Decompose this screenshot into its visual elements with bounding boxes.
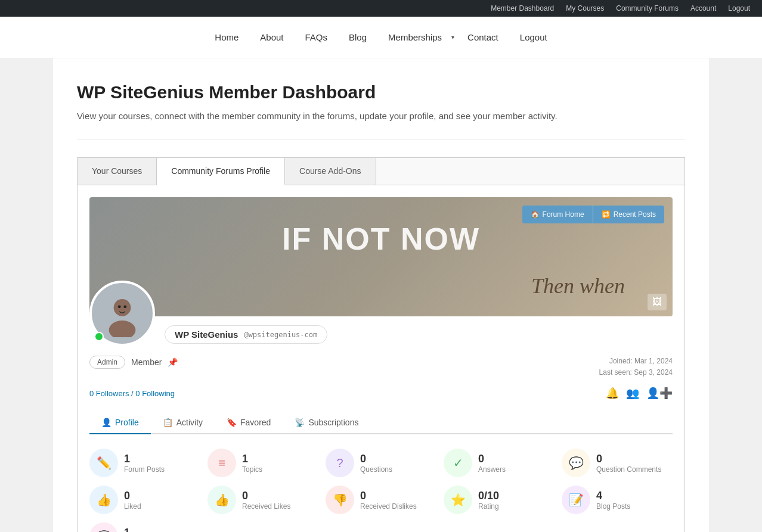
stat-blog-comments: 💬 1 Blog Comments	[89, 522, 200, 532]
avatar-image	[98, 290, 146, 337]
my-courses-link[interactable]: My Courses	[566, 4, 604, 13]
action-icons: 🔔 👥 👤➕	[606, 387, 673, 400]
rating-number: 0/10	[478, 490, 499, 502]
forum-posts-number: 1	[124, 453, 165, 465]
rating-label: Rating	[478, 502, 499, 511]
community-forums-link[interactable]: Community Forums	[616, 4, 679, 13]
contact-link[interactable]: Contact	[459, 27, 507, 47]
community-forums-tab[interactable]: Community Forums Profile	[157, 158, 285, 185]
question-comments-number: 0	[596, 453, 661, 465]
memberships-wrapper: Memberships ▾	[380, 27, 454, 47]
banner-buttons: 🏠 Forum Home 🔁 Recent Posts	[522, 206, 664, 223]
tabs-container: Your Courses Community Forums Profile Co…	[77, 157, 685, 185]
received-likes-label: Received Likes	[242, 502, 290, 511]
forum-profile: IF NOT NOW Then when 🏠 Forum Home 🔁 Rece…	[77, 185, 685, 532]
profile-tab-icon: 👤	[101, 418, 111, 427]
admin-badge[interactable]: Admin	[89, 356, 125, 369]
logout-link-admin[interactable]: Logout	[728, 4, 750, 13]
account-link[interactable]: Account	[690, 4, 716, 13]
username-handle: @wpsitegenius-com	[244, 331, 317, 339]
svg-point-3	[118, 305, 121, 308]
course-addons-tab[interactable]: Course Add-Ons	[285, 158, 376, 185]
stat-liked: 👍 0 Liked	[89, 486, 200, 514]
posts-icon: 🔁	[602, 210, 611, 219]
answers-number: 0	[478, 453, 506, 465]
home-link[interactable]: Home	[206, 27, 247, 47]
pin-icon: 📌	[168, 357, 178, 367]
page-description: View your courses, connect with the memb…	[77, 111, 685, 121]
about-link[interactable]: About	[252, 27, 292, 47]
member-info-row: Admin Member 📌 Joined: Mar 1, 2024 Last …	[89, 356, 673, 378]
blog-comments-number: 1	[124, 527, 175, 532]
questions-label: Questions	[360, 465, 392, 474]
page-wrapper: WP SiteGenius Member Dashboard View your…	[0, 58, 762, 532]
stat-questions: ? 0 Questions	[326, 449, 436, 477]
member-badges: Admin Member 📌	[89, 356, 178, 369]
forum-posts-icon: ✏️	[89, 449, 118, 477]
blog-posts-number: 4	[596, 490, 630, 502]
username-label: WP SiteGenius	[175, 329, 238, 340]
favored-subtab[interactable]: 🔖 Favored	[215, 412, 283, 434]
member-role-label: Member	[131, 357, 162, 367]
followers-row: 0 Followers / 0 Following 🔔 👥 👤➕	[89, 387, 673, 400]
divider	[77, 139, 685, 139]
question-comments-icon: 💬	[562, 449, 590, 477]
online-status-dot	[94, 332, 104, 341]
topics-label: Topics	[242, 465, 262, 474]
profile-subtab[interactable]: 👤 Profile	[89, 412, 151, 434]
home-icon: 🏠	[531, 210, 540, 219]
joined-date: Joined: Mar 1, 2024	[599, 356, 673, 367]
stats-grid-row3: 💬 1 Blog Comments	[89, 522, 673, 532]
received-likes-number: 0	[242, 490, 290, 502]
stat-answers: ✓ 0 Answers	[444, 449, 555, 477]
received-likes-icon: 👍	[207, 486, 236, 514]
stat-blog-posts: 📝 4 Blog Posts	[562, 486, 673, 514]
liked-number: 0	[124, 490, 141, 502]
activity-subtab[interactable]: 📋 Activity	[151, 412, 215, 434]
friends-icon[interactable]: 👥	[626, 387, 639, 400]
stats-grid-row2: 👍 0 Liked 👍 0 Received Likes 👎	[89, 486, 673, 514]
stat-received-dislikes: 👎 0 Received Dislikes	[326, 486, 436, 514]
logout-link-main[interactable]: Logout	[512, 27, 556, 47]
admin-bar: Member Dashboard My Courses Community Fo…	[0, 0, 762, 17]
joined-info: Joined: Mar 1, 2024 Last seen: Sep 3, 20…	[599, 356, 673, 378]
blog-link[interactable]: Blog	[340, 27, 375, 47]
stat-forum-posts: ✏️ 1 Forum Posts	[89, 449, 200, 477]
topics-icon: ≡	[207, 449, 236, 477]
blog-posts-label: Blog Posts	[596, 502, 630, 511]
avatar-row: WP SiteGenius @wpsitegenius-com	[89, 281, 673, 346]
memberships-link[interactable]: Memberships	[380, 27, 450, 47]
message-icon[interactable]: 👤➕	[646, 387, 673, 400]
svg-point-1	[114, 299, 131, 316]
profile-tabs: 👤 Profile 📋 Activity 🔖 Favored 📡 Subscri…	[89, 412, 673, 434]
notifications-icon[interactable]: 🔔	[606, 387, 619, 400]
received-dislikes-label: Received Dislikes	[360, 502, 417, 511]
stat-question-comments: 💬 0 Question Comments	[562, 449, 673, 477]
subscriptions-tab-icon: 📡	[295, 418, 305, 427]
content-area: WP SiteGenius Member Dashboard View your…	[53, 58, 709, 532]
liked-label: Liked	[124, 502, 141, 511]
liked-icon: 👍	[89, 486, 118, 514]
answers-icon: ✓	[444, 449, 472, 477]
followers-following-link[interactable]: 0 Followers / 0 Following	[89, 389, 175, 398]
questions-number: 0	[360, 453, 392, 465]
member-dashboard-link[interactable]: Member Dashboard	[491, 4, 554, 13]
favored-tab-icon: 🔖	[227, 418, 237, 427]
forum-home-button[interactable]: 🏠 Forum Home	[522, 206, 593, 223]
faqs-link[interactable]: FAQs	[297, 27, 336, 47]
memberships-chevron-icon[interactable]: ▾	[451, 34, 454, 41]
rating-icon: ⭐	[444, 486, 472, 514]
banner-text-main: IF NOT NOW	[282, 221, 480, 257]
your-courses-tab[interactable]: Your Courses	[78, 158, 157, 185]
question-comments-label: Question Comments	[596, 465, 661, 474]
stat-rating: ⭐ 0/10 Rating	[444, 486, 555, 514]
page-title: WP SiteGenius Member Dashboard	[77, 82, 685, 102]
blog-comments-icon: 💬	[89, 522, 118, 532]
subscriptions-subtab[interactable]: 📡 Subscriptions	[283, 412, 370, 434]
main-nav: Home About FAQs Blog Memberships ▾ Conta…	[0, 17, 762, 58]
received-dislikes-icon: 👎	[326, 486, 354, 514]
answers-label: Answers	[478, 465, 506, 474]
activity-tab-icon: 📋	[163, 418, 173, 427]
topics-number: 1	[242, 453, 262, 465]
recent-posts-button[interactable]: 🔁 Recent Posts	[593, 206, 664, 223]
